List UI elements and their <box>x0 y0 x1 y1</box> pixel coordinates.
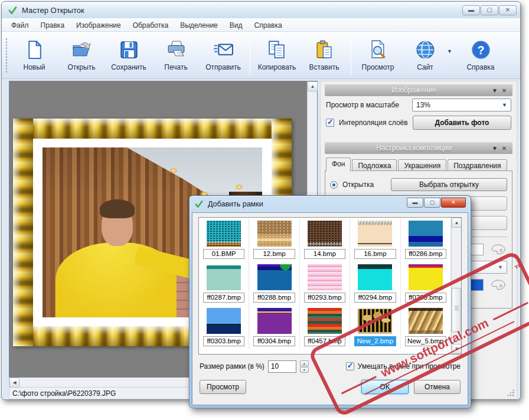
toolbar-separator <box>250 36 250 75</box>
palette-icon[interactable] <box>491 244 506 255</box>
frame-thumbnail[interactable]: 16.bmp <box>350 218 400 262</box>
frame-thumbnail[interactable]: ff0287.bmp <box>199 262 249 306</box>
add-photo-button[interactable]: Добавить фото <box>413 116 511 130</box>
spinner-up-icon[interactable]: ▲ <box>300 360 309 366</box>
help-button[interactable]: ? Справка <box>458 34 504 77</box>
panel-collapse-icon[interactable]: ▼ <box>490 87 499 94</box>
spinner-down-icon[interactable]: ▼ <box>300 367 309 373</box>
panel-collapse-icon[interactable]: ▼ <box>490 145 499 152</box>
dialog-close-button[interactable]: ✕ <box>441 198 466 208</box>
menu-processing[interactable]: Обработка <box>127 19 175 31</box>
frame-thumbnail-image <box>358 308 392 334</box>
fit-in-window-checkbox[interactable] <box>346 362 354 370</box>
send-button[interactable]: Отправить <box>200 34 246 77</box>
frame-thumbnail[interactable]: ff0457.bmp <box>300 306 350 349</box>
image-panel-header: Изображение ▼ ✕ <box>325 84 512 96</box>
postcard-radio-label: Открытка <box>342 181 374 189</box>
save-icon <box>119 40 139 60</box>
dialog-titlebar: Добавить рамки ▬ ▢ ✕ <box>192 196 468 212</box>
new-document-icon <box>24 40 45 60</box>
menu-view[interactable]: Вид <box>224 19 249 31</box>
preview-frames-button[interactable]: Просмотр <box>200 380 246 394</box>
frame-thumbnail-image <box>308 264 342 290</box>
gold-frame-top <box>13 119 292 139</box>
panel-close-icon[interactable]: ✕ <box>499 145 509 152</box>
preview-button[interactable]: Просмотр <box>355 34 401 77</box>
frame-thumbnail-image <box>358 264 392 290</box>
paste-icon <box>314 40 335 60</box>
scroll-up-icon[interactable]: ▲ <box>452 218 462 228</box>
image-panel-title: Изображение <box>338 86 490 94</box>
frame-size-input[interactable] <box>268 360 296 373</box>
composition-tabs: Фон Подложка Украшения Поздравления <box>325 158 512 171</box>
gold-frame-left <box>13 119 33 346</box>
open-button[interactable]: Открыть <box>58 34 105 77</box>
frame-thumbnail-image <box>207 308 241 334</box>
close-button[interactable]: ✕ <box>499 5 517 15</box>
frame-thumbnail[interactable]: 12.bmp <box>249 218 299 262</box>
app-check-icon <box>194 199 204 209</box>
frame-size-label: Размер рамки (в %) <box>200 362 264 370</box>
scroll-thumb[interactable] <box>452 288 461 332</box>
frame-thumbnail[interactable]: New_5.bmp <box>401 306 451 349</box>
tab-background[interactable]: Фон <box>326 158 351 171</box>
print-button[interactable]: Печать <box>153 34 199 77</box>
frame-thumbnail[interactable]: ff0304.bmp <box>249 306 299 349</box>
frame-thumbnail-image <box>358 221 392 247</box>
frame-thumbnail[interactable]: ff0303.bmp <box>199 306 249 349</box>
frame-thumbnail[interactable]: ff0294.bmp <box>350 262 400 306</box>
palette-icon[interactable] <box>491 279 506 291</box>
tab-decorations[interactable]: Украшения <box>398 159 446 171</box>
maximize-button[interactable]: ▢ <box>481 5 498 15</box>
tab-greetings[interactable]: Поздравления <box>448 159 507 171</box>
frame-thumbnail-image <box>409 308 443 334</box>
menu-image[interactable]: Изображение <box>70 19 127 31</box>
postcard-radio[interactable] <box>330 181 338 189</box>
resize-grip[interactable] <box>507 389 514 396</box>
select-postcard-button[interactable]: Выбрать открытку <box>391 178 507 191</box>
copy-icon <box>267 40 288 60</box>
frame-thumbnail[interactable]: ff0288.bmp <box>249 262 299 306</box>
dialog-minimize-button[interactable]: ▬ <box>407 198 423 208</box>
paste-button[interactable]: Вставить <box>301 34 347 77</box>
dialog-maximize-button[interactable]: ▢ <box>424 198 440 208</box>
scroll-left-icon[interactable]: ◀ <box>9 378 19 388</box>
frame-thumbnail[interactable]: 01.BMP <box>199 218 249 262</box>
window-title: Мастер Открыток <box>22 6 84 15</box>
frame-thumbnail[interactable]: ff0295.bmp <box>401 262 451 306</box>
menu-help[interactable]: Справка <box>249 19 288 31</box>
save-button[interactable]: Сохранить <box>106 34 152 77</box>
frame-thumbnail-selected[interactable]: New_2.bmp <box>350 306 400 349</box>
cancel-button[interactable]: Отмена <box>414 380 461 394</box>
frame-list: 01.BMP 12.bmp 14.bmp 16.bmp ff0286.bmp f… <box>198 217 462 355</box>
add-frames-dialog: Добавить рамки ▬ ▢ ✕ 01.BMP 12.bmp 14.bm… <box>189 195 471 408</box>
frame-size-stepper[interactable]: ▲ ▼ <box>300 360 309 373</box>
menu-file[interactable]: Файл <box>5 19 35 31</box>
scroll-down-icon[interactable]: ▼ <box>452 344 462 354</box>
frame-thumbnail[interactable]: 14.bmp <box>300 218 350 262</box>
site-button[interactable]: Сайт <box>402 34 448 77</box>
tab-underlay[interactable]: Подложка <box>352 159 397 171</box>
fit-in-window-label: Умещать в окне при просмотре <box>358 362 461 370</box>
frame-list-scrollbar[interactable]: ▲ ▼ <box>451 218 461 354</box>
interpolation-label: Интерполяция слоёв <box>339 119 408 127</box>
new-button[interactable]: Новый <box>11 34 57 77</box>
scale-combobox[interactable]: 13% ▼ <box>412 99 511 111</box>
interpolation-checkbox[interactable] <box>326 119 334 127</box>
site-dropdown-arrow[interactable]: ▼ <box>447 48 455 54</box>
print-icon <box>166 40 187 60</box>
frame-thumbnail-image <box>207 221 241 247</box>
copy-button[interactable]: Копировать <box>254 34 300 77</box>
panel-close-icon[interactable]: ✕ <box>499 87 509 94</box>
photo-lamp <box>170 168 177 173</box>
menu-edit[interactable]: Правка <box>35 19 71 31</box>
status-file-path: C:\фото стройка\P6220379.JPG <box>12 389 116 398</box>
frame-thumbnail[interactable]: ff0286.bmp <box>401 218 451 262</box>
frame-thumbnail-image <box>308 221 342 247</box>
ok-button[interactable]: OK <box>361 380 409 394</box>
menu-selection[interactable]: Выделение <box>174 19 224 31</box>
composition-panel-header: Настройка композиции ▼ ✕ <box>325 142 512 154</box>
frame-thumbnail[interactable]: ff0293.bmp <box>300 262 350 306</box>
scroll-up-icon[interactable]: ▲ <box>308 81 318 91</box>
minimize-button[interactable]: ▬ <box>462 5 480 15</box>
